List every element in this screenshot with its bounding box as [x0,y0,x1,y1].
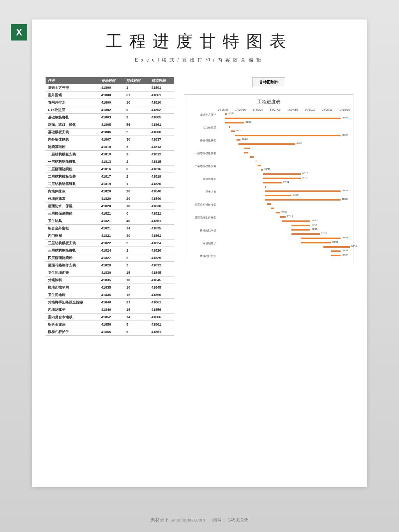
table-row: 室外围墙418006141861 [46,92,174,99]
table-row: 屋面防水、保温418201041830 [46,203,174,210]
gantt-bar-area [218,160,350,164]
table-row: 二层结构模板安装41817241819 [46,173,174,180]
cell-task: 外墙脚手架搭设至拆除 [46,299,99,306]
gantt-bar-area: 07/15 [218,194,350,198]
cell-start: 41821 [99,225,124,232]
gantt-bar [263,182,282,183]
cell-task: 屋面防水、保温 [46,203,99,210]
page-footer: 素材天下 sucaitianxia.com 编号： 14592065 [0,517,399,523]
table-row: 外墙脚手架搭设至拆除418402141861 [46,299,174,306]
cell-dur: 2 [124,114,149,121]
table-row: 内墙刮腻子418401641856 [46,306,174,314]
cell-start: 41807 [99,136,124,143]
gantt-bar [231,130,235,132]
cell-dur: 2 [124,129,149,136]
cell-start: 41835 [99,284,124,291]
gantt-bar [235,135,341,136]
gantt-row: C15砼垫层 [187,125,350,130]
cell-start: 41824 [99,247,124,254]
cell-start: 41800 [99,92,124,99]
cell-start: 41805 [99,121,124,129]
table-row: 卫生间地砖418351541850 [46,291,174,299]
task-table-panel: 任务 开始时间 持续时间 结束时间 基础土方开挖41800141801室外围墙4… [46,77,174,336]
gantt-row: 内墙刮腻子08/05 [187,241,350,245]
gantt-bar-area: 07/17 [218,143,350,147]
cell-end: 41845 [149,277,174,284]
gantt-bar-area: 06/15 [218,130,350,134]
cell-end: 41861 [149,92,174,99]
cell-end: 41850 [149,291,174,299]
cell-start: 41829 [99,262,124,269]
cell-dur: 1 [124,84,149,92]
gantt-date-label: 07/17 [297,142,302,144]
cell-start: 41840 [99,306,124,314]
gantt-date-label: 06/15 [236,129,242,132]
table-row: 四层楼面浇捣砼41827241829 [46,254,174,262]
gantt-date-label: 08/10 [342,134,348,136]
gantt-bar-area: 06/18 [218,138,350,143]
table-row: 基础土方开挖41800141801 [46,84,174,92]
table-row: 二层楼面浇捣砼41816041816 [46,166,174,173]
cell-dur: 16 [124,306,149,314]
cell-end: 41816 [149,166,174,173]
gantt-row: 08/10 [187,250,350,254]
content-area: 任务 开始时间 持续时间 结束时间 基础土方开挖41800141801室外围墙4… [32,63,367,336]
table-row: 内墙体抹灰418202041840 [46,188,174,195]
cell-end: 41835 [149,225,174,232]
gantt-bar [291,225,310,226]
col-end: 结束时间 [149,77,174,84]
gantt-row: 07/30 [187,233,350,237]
gantt-row [187,160,350,164]
cell-dur: 30 [124,136,149,143]
cell-start: 41827 [99,254,124,262]
gantt-bar-area: 07/25 [218,228,350,233]
gantt-bar-area: 07/25 [218,220,350,224]
cell-start: 41820 [99,188,124,195]
gantt-bar-area: 07/10 [218,173,350,177]
gantt-bar [301,242,331,243]
axis-tick: 14/06/26 [252,108,263,111]
make-gantt-button[interactable]: 甘特图制作 [252,77,285,87]
gantt-row: 08/10 [187,134,350,138]
cell-task: 一层结构钢筋绑扎 [46,158,99,166]
cell-task: 一层结构模板安装 [46,151,99,158]
cell-dur: 14 [124,225,149,232]
cell-task: 基础模板安装 [46,129,99,136]
cell-start: 41800 [99,84,124,92]
cell-end: 41845 [149,284,174,291]
cell-end: 41861 [149,217,174,225]
cell-end: 41861 [149,328,174,336]
gantt-bar [244,152,248,153]
gantt-bar [263,178,301,179]
page-title: 工程进度甘特图表 [32,19,367,52]
gantt-date-label: 06/30 [265,168,270,170]
cell-dur: 10 [124,203,149,210]
table-row: 一层结构钢筋绑扎41813241815 [46,158,174,166]
gantt-bar-area: 08/10 [218,237,350,241]
cell-dur: 10 [124,99,149,106]
gantt-bar-area: 07/25 [218,224,350,228]
cell-task: 基础土方开挖 [46,84,99,92]
cell-end: 41845 [149,269,174,277]
gantt-task-label: 屋面花格制作安装 [187,216,218,220]
cell-dur: 10 [124,284,149,291]
gantt-row: 07/25 [187,220,350,224]
axis-tick: 14/06/06 [218,108,228,111]
cell-start: 41810 [99,151,124,158]
cell-start: 41803 [99,114,124,121]
table-row: 管网外排水418001041810 [46,99,174,106]
gantt-bar [331,255,341,256]
cell-start: 41806 [99,129,124,136]
gantt-bar [258,165,261,166]
cell-end: 41802 [149,106,174,114]
axis-tick: 14/08/05 [322,108,332,111]
gantt-date-label: 07/25 [312,219,318,222]
cell-dur: 0 [124,166,149,173]
gantt-bar-area: 08/10 [218,134,350,138]
table-row: 屋面花格制作安装41829341832 [46,262,174,269]
cell-dur: 15 [124,291,149,299]
cell-dur: 5 [124,321,149,328]
gantt-task-label: 三层结构模板安装 [187,203,218,207]
cell-end: 41866 [149,314,174,321]
footer-link[interactable]: sucaitianxia.com [171,517,205,523]
